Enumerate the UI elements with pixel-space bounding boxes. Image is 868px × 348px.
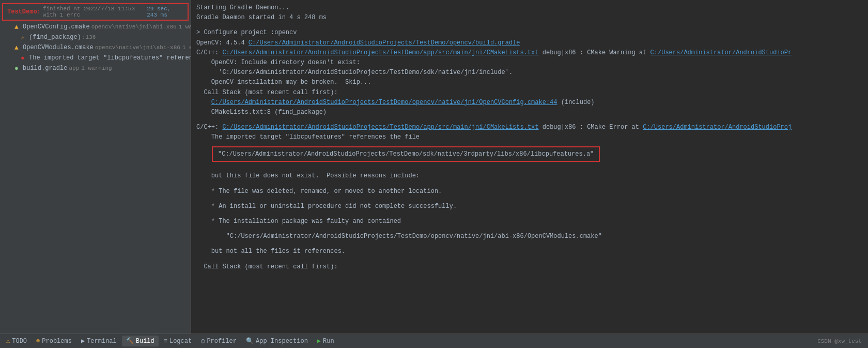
badge-opencvmodules: 1 error <box>182 44 191 51</box>
output-line-10: C:/Users/Administrator/AndroidStudioProj… <box>196 98 863 108</box>
tab-problems[interactable]: ⊗ Problems <box>32 336 76 346</box>
badge-build-gradle: 1 warning <box>81 65 112 71</box>
output-spacer-2 <box>196 117 863 123</box>
tab-todo[interactable]: ⚠ TODO <box>2 336 31 346</box>
warning-icon-2: ▲ <box>12 43 21 52</box>
tab-inspection-label: App Inspection <box>256 338 308 345</box>
output-spacer-4 <box>196 181 863 187</box>
tree-item-find-package[interactable]: ⚠ (find_package) :136 <box>0 32 191 42</box>
tab-todo-label: TODO <box>12 338 27 345</box>
tab-build[interactable]: 🔨 Build <box>122 336 159 346</box>
file-build-gradle: build.gradle <box>23 65 67 72</box>
output-line-18: "C:/Users/Administrator/AndroidStudioPro… <box>196 232 863 241</box>
error-box: "C:/Users/Administrator/AndroidStudioPro… <box>212 146 600 162</box>
warning-small-icon: ⚠ <box>19 33 27 41</box>
tab-build-label: Build <box>136 338 154 345</box>
output-line-3: > Configure project :opencv <box>196 28 863 38</box>
output-line-7: 'C:/Users/Administrator/AndroidStudioPro… <box>196 68 863 78</box>
path-opencvconfig: opencv\native\jni\abi-x86 <box>91 24 177 30</box>
right-status-text: CSDN @xw_test <box>817 338 866 344</box>
tab-profiler[interactable]: ◷ Profiler <box>197 336 241 346</box>
line-find-package: :136 <box>82 34 96 40</box>
error-icon: ● <box>19 54 27 62</box>
tab-terminal-label: Terminal <box>87 338 117 345</box>
output-line-16: * An install or uninstall procedure did … <box>196 202 863 211</box>
build-icon: 🔨 <box>126 337 134 345</box>
main-area: TestDemo: finished At 2022/7/18 11:53 wi… <box>0 0 868 334</box>
terminal-icon: ▶ <box>81 337 85 345</box>
file-opencvmodules: OpenCVModules.cmake <box>23 44 94 51</box>
tree-item-opencvconfig[interactable]: ▲ OpenCVConfig.cmake opencv\native\jni\a… <box>0 22 191 32</box>
output-line-15: * The file was deleted, renamed, or move… <box>196 187 863 196</box>
output-line-6: OpenCV: Include directory doesn't exist: <box>196 58 863 68</box>
gradle-icon: ● <box>12 64 21 72</box>
output-line-1: Starting Gradle Daemon... <box>196 3 863 13</box>
link-cmakelists-1[interactable]: C:/Users/Administrator/AndroidStudioProj… <box>222 49 538 56</box>
path-build-gradle: app <box>69 65 79 71</box>
output-line-5: C/C++: C:/Users/Administrator/AndroidStu… <box>196 48 863 58</box>
output-line-14: but this file does not exist. Possible r… <box>196 171 863 181</box>
run-icon: ▶ <box>317 337 321 345</box>
output-line-11: CMakeLists.txt:8 (find_package) <box>196 108 863 117</box>
output-line-19: but not all the files it references. <box>196 247 863 256</box>
bottom-bar: ⚠ TODO ⊗ Problems ▶ Terminal 🔨 Build ≡ L… <box>0 334 868 348</box>
left-panel: TestDemo: finished At 2022/7/18 11:53 wi… <box>0 0 191 334</box>
output-line-8: OpenCV installation may be broken. Skip.… <box>196 78 863 87</box>
output-line-12: C/C++: C:/Users/Administrator/AndroidStu… <box>196 123 863 132</box>
link-build-gradle[interactable]: C:/Users/Administrator/AndroidStudioProj… <box>249 39 520 47</box>
output-line-13: The imported target "libcpufeatures" ref… <box>196 132 863 142</box>
tab-run[interactable]: ▶ Run <box>313 336 338 346</box>
inspection-icon: 🔍 <box>246 337 254 345</box>
problems-icon: ⊗ <box>36 337 40 345</box>
path-opencvmodules: opencv\native\jni\abi-x86 <box>95 44 180 51</box>
todo-icon: ⚠ <box>6 337 10 345</box>
output-line-4: OpenCV: 4.5.4 C:/Users/Administrator/And… <box>196 38 863 48</box>
link-androidstudio-1[interactable]: C:/Users/Administrator/AndroidStudioPr <box>650 49 792 56</box>
tab-logcat[interactable]: ≡ Logcat <box>160 336 196 346</box>
badge-opencvconfig: 1 warning <box>179 24 191 30</box>
output-line-2: Gradle Daemon started in 4 s 248 ms <box>196 13 863 23</box>
output-spacer-9 <box>196 257 863 262</box>
file-find-package: (find_package) <box>29 34 81 41</box>
build-status: finished At 2022/7/18 11:53 with 1 errc <box>43 6 145 18</box>
tab-app-inspection[interactable]: 🔍 App Inspection <box>242 336 312 346</box>
tab-problems-label: Problems <box>42 338 72 345</box>
build-header: TestDemo: finished At 2022/7/18 11:53 wi… <box>2 3 189 21</box>
tab-logcat-label: Logcat <box>169 338 192 345</box>
file-imported-target: The imported target "libcpufeatures" ref… <box>29 54 191 62</box>
output-line-9: Call Stack (most recent call first): <box>196 88 863 98</box>
right-panel: Starting Gradle Daemon... Gradle Daemon … <box>191 0 868 334</box>
profiler-icon: ◷ <box>201 337 205 345</box>
tab-run-label: Run <box>323 338 334 345</box>
output-spacer-6 <box>196 211 863 217</box>
output-line-20: Call Stack (most recent call first): <box>196 262 863 272</box>
tree-item-build-gradle[interactable]: ● build.gradle app 1 warning <box>0 63 191 73</box>
warning-icon: ▲ <box>12 23 21 31</box>
link-cmakelists-2[interactable]: C:/Users/Administrator/AndroidStudioProj… <box>222 124 538 131</box>
output-spacer-7 <box>196 226 863 232</box>
output-spacer-1 <box>196 23 863 28</box>
logcat-icon: ≡ <box>164 338 167 345</box>
link-androidstudio-2[interactable]: C:/Users/Administrator/AndroidStudioProj <box>643 124 792 131</box>
build-timing: 29 sec, 243 ms <box>147 6 183 18</box>
build-title: TestDemo: <box>7 8 41 16</box>
link-opencvconfig[interactable]: C:/Users/Administrator/AndroidStudioProj… <box>211 99 557 106</box>
output-spacer-5 <box>196 196 863 202</box>
output-spacer-3 <box>196 166 863 171</box>
error-box-text: "C:/Users/Administrator/AndroidStudioPro… <box>218 150 594 158</box>
tree-item-opencvmodules[interactable]: ▲ OpenCVModules.cmake opencv\native\jni\… <box>0 42 191 53</box>
output-spacer-8 <box>196 241 863 247</box>
tab-profiler-label: Profiler <box>207 338 237 345</box>
output-line-17: * The installation package was faulty an… <box>196 217 863 226</box>
tree-item-imported-target[interactable]: ● The imported target "libcpufeatures" r… <box>0 53 191 63</box>
tab-terminal[interactable]: ▶ Terminal <box>77 336 121 346</box>
file-opencvconfig: OpenCVConfig.cmake <box>23 23 90 31</box>
